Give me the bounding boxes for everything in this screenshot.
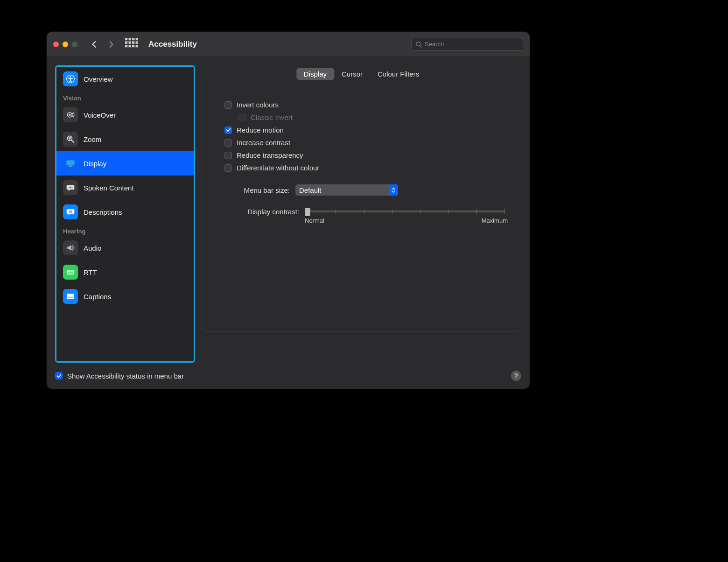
titlebar: Accessibility bbox=[47, 32, 530, 57]
zoom-icon bbox=[63, 132, 78, 147]
descriptions-icon: 99 bbox=[63, 204, 78, 219]
window-title: Accessibility bbox=[148, 40, 197, 49]
show-all-button[interactable] bbox=[125, 38, 138, 51]
svg-rect-35 bbox=[68, 271, 73, 272]
preferences-window: Accessibility OverviewVisionVoiceOverZoo… bbox=[47, 32, 530, 389]
checkbox-reduce-transparency[interactable] bbox=[224, 152, 232, 159]
sidebar: OverviewVisionVoiceOverZoomDisplaySpoken… bbox=[55, 65, 195, 363]
svg-rect-1 bbox=[129, 38, 131, 40]
sidebar-item-label: Spoken Content bbox=[84, 184, 134, 192]
zoom-window-button[interactable] bbox=[72, 42, 77, 47]
checkbox-row-increase-contrast: Increase contrast bbox=[224, 136, 508, 149]
sidebar-item-label: Display bbox=[84, 160, 106, 168]
captions-icon bbox=[63, 289, 78, 304]
display-contrast-row: Display contrast: Normal Maximum bbox=[224, 207, 508, 224]
svg-rect-6 bbox=[132, 41, 134, 43]
settings-panel: DisplayCursorColour Filters Invert colou… bbox=[202, 65, 521, 363]
svg-rect-2 bbox=[132, 38, 134, 40]
rtt-icon bbox=[63, 265, 78, 280]
menu-bar-size-value: Default bbox=[299, 186, 322, 194]
sidebar-item-audio[interactable]: Audio bbox=[56, 236, 194, 260]
svg-rect-8 bbox=[125, 45, 127, 47]
checkbox-invert-colours[interactable] bbox=[224, 101, 232, 109]
svg-point-27 bbox=[70, 187, 71, 188]
slider-tick bbox=[448, 209, 448, 214]
svg-rect-33 bbox=[71, 273, 73, 274]
svg-rect-10 bbox=[132, 45, 134, 47]
sidebar-item-voiceover[interactable]: VoiceOver bbox=[56, 103, 194, 127]
checkmark-icon bbox=[226, 127, 231, 133]
checkbox-label: Reduce motion bbox=[237, 126, 284, 134]
svg-point-17 bbox=[69, 114, 70, 116]
tab-bar: DisplayCursorColour Filters bbox=[294, 68, 429, 80]
sidebar-item-label: Descriptions bbox=[84, 208, 122, 216]
svg-rect-7 bbox=[136, 41, 138, 43]
slider-tick bbox=[476, 209, 477, 214]
checkmark-icon bbox=[56, 373, 62, 379]
checkbox-list: Invert coloursClassic InvertReduce motio… bbox=[224, 98, 508, 174]
sidebar-item-display[interactable]: Display bbox=[56, 151, 194, 176]
footer: Show Accessibility status in menu bar ? bbox=[47, 363, 530, 389]
speech-bubble-icon bbox=[63, 180, 78, 195]
sidebar-item-captions[interactable]: Captions bbox=[56, 284, 194, 309]
checkbox-reduce-motion[interactable] bbox=[224, 126, 232, 134]
svg-rect-4 bbox=[125, 41, 127, 43]
menu-bar-size-select[interactable]: Default bbox=[295, 184, 398, 196]
svg-point-15 bbox=[70, 76, 71, 77]
show-status-checkbox[interactable] bbox=[55, 372, 63, 379]
checkbox-differentiate-without-colour[interactable] bbox=[224, 164, 232, 172]
checkbox-row-reduce-motion: Reduce motion bbox=[224, 124, 508, 136]
checkbox-label: Increase contrast bbox=[237, 139, 290, 147]
back-button[interactable] bbox=[88, 38, 101, 51]
checkbox-label: Classic Invert bbox=[251, 113, 293, 121]
slider-thumb[interactable] bbox=[305, 208, 310, 216]
sidebar-item-descriptions[interactable]: 99Descriptions bbox=[56, 200, 194, 224]
sidebar-item-label: VoiceOver bbox=[84, 111, 116, 119]
help-button[interactable]: ? bbox=[511, 371, 521, 381]
sidebar-item-overview[interactable]: Overview bbox=[56, 67, 194, 91]
close-window-button[interactable] bbox=[53, 42, 59, 47]
svg-point-28 bbox=[71, 187, 72, 188]
search-input[interactable] bbox=[425, 41, 519, 48]
slider-tick bbox=[364, 209, 364, 214]
sidebar-item-zoom[interactable]: Zoom bbox=[56, 127, 194, 151]
select-stepper-icon bbox=[389, 184, 398, 196]
slider-tick bbox=[336, 209, 336, 214]
checkbox-increase-contrast[interactable] bbox=[224, 139, 232, 147]
svg-line-19 bbox=[72, 140, 74, 142]
sidebar-header: Hearing bbox=[56, 224, 194, 236]
menu-bar-size-row: Menu bar size: Default bbox=[224, 184, 508, 196]
checkbox-row-invert-colours: Invert colours bbox=[224, 98, 508, 111]
svg-rect-24 bbox=[70, 165, 71, 166]
tab-display[interactable]: Display bbox=[296, 68, 334, 80]
tab-cursor[interactable]: Cursor bbox=[334, 68, 370, 80]
svg-rect-3 bbox=[136, 38, 138, 40]
search-field[interactable] bbox=[411, 38, 523, 51]
slider-max-label: Maximum bbox=[482, 217, 508, 224]
svg-rect-5 bbox=[129, 41, 131, 43]
slider-min-label: Normal bbox=[305, 217, 324, 224]
sidebar-item-label: Captions bbox=[84, 293, 111, 301]
grid-icon bbox=[125, 38, 138, 51]
tab-colour-filters[interactable]: Colour Filters bbox=[370, 68, 427, 80]
svg-rect-11 bbox=[136, 45, 138, 47]
chevron-left-icon bbox=[91, 41, 98, 48]
svg-rect-34 bbox=[68, 272, 73, 273]
display-settings-group: DisplayCursorColour Filters Invert colou… bbox=[202, 75, 521, 331]
sidebar-item-label: RTT bbox=[84, 268, 97, 276]
svg-text:99: 99 bbox=[69, 210, 73, 213]
svg-rect-25 bbox=[69, 166, 73, 167]
chevron-right-icon bbox=[108, 41, 114, 48]
forward-button[interactable] bbox=[105, 38, 118, 51]
minimize-window-button[interactable] bbox=[63, 42, 68, 47]
svg-rect-37 bbox=[68, 297, 70, 298]
search-icon bbox=[415, 41, 422, 48]
svg-line-13 bbox=[420, 45, 422, 47]
display-contrast-slider[interactable] bbox=[308, 211, 505, 212]
content-area: OverviewVisionVoiceOverZoomDisplaySpoken… bbox=[47, 57, 530, 363]
checkbox-row-differentiate-without-colour: Differentiate without colour bbox=[224, 162, 508, 174]
sidebar-item-rtt[interactable]: RTT bbox=[56, 260, 194, 284]
sidebar-header: Vision bbox=[56, 91, 194, 103]
sidebar-item-spoken-content[interactable]: Spoken Content bbox=[56, 176, 194, 200]
sidebar-item-label: Overview bbox=[84, 75, 113, 83]
